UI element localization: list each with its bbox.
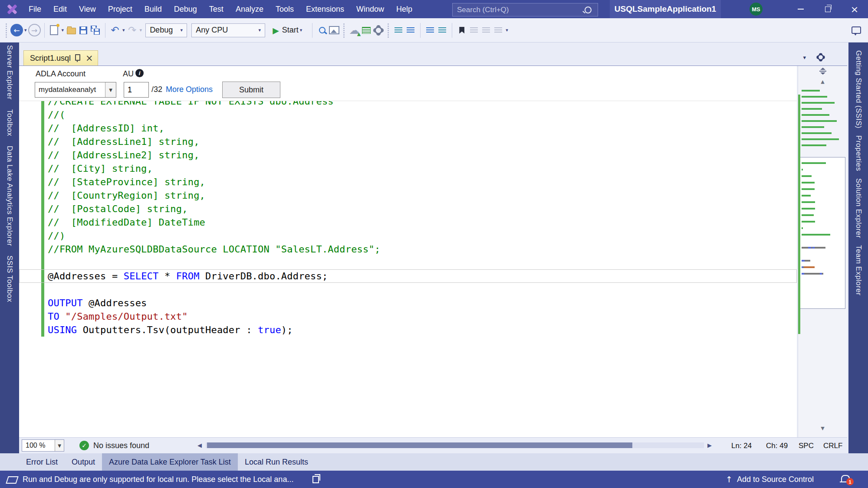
debug-step-icon[interactable] (468, 22, 480, 39)
line-indicator[interactable]: Ln: 24 (731, 442, 752, 450)
more-options-link[interactable]: More Options (166, 85, 213, 94)
menu-item-test[interactable]: Test (203, 0, 230, 18)
code-line[interactable]: //FROM MyAzureSQLDBDataSource LOCATION "… (19, 242, 797, 256)
debug-step-out-icon[interactable] (492, 22, 504, 39)
zoom-dropdown[interactable]: 100 % ▼ (22, 439, 64, 452)
gear-icon[interactable] (372, 22, 385, 39)
menu-item-build[interactable]: Build (138, 0, 168, 18)
new-file-icon[interactable] (48, 22, 60, 39)
tool-tab-team-explorer[interactable]: Team Explorer (854, 245, 863, 295)
redo-icon[interactable]: ↷ (126, 22, 138, 39)
code-line[interactable]: //) (19, 229, 797, 242)
au-input[interactable] (124, 82, 149, 98)
copy-icon[interactable] (312, 476, 319, 483)
redo-caret-icon[interactable]: ▾ (140, 27, 142, 33)
tool-tab-toolbox[interactable]: Toolbox (5, 109, 14, 136)
sort-descending-icon[interactable] (436, 22, 448, 39)
line-ending-indicator[interactable]: CRLF (823, 442, 842, 450)
code-line[interactable]: // [PostalCode] string, (19, 202, 797, 216)
menu-item-debug[interactable]: Debug (168, 0, 203, 18)
save-icon[interactable] (77, 22, 89, 39)
panel-tab-error-list[interactable]: Error List (19, 453, 65, 471)
user-avatar[interactable]: MS (750, 3, 763, 16)
code-line[interactable]: //( (19, 108, 797, 121)
scroll-right-icon[interactable]: ▶ (707, 442, 712, 449)
tool-tab-solution-explorer[interactable]: Solution Explorer (854, 178, 863, 238)
tab-close-icon[interactable]: × (85, 54, 93, 63)
toolbar-grip[interactable] (5, 23, 8, 38)
cloud-upload-icon[interactable]: ☁▲ (348, 22, 360, 39)
data-lake-table-icon[interactable] (360, 22, 372, 39)
menu-item-project[interactable]: Project (102, 0, 138, 18)
indent-icon[interactable] (404, 22, 417, 39)
tool-tab-server-explorer[interactable]: Server Explorer (5, 45, 14, 100)
close-icon[interactable]: × (841, 0, 868, 18)
new-file-caret-icon[interactable]: ▾ (62, 27, 64, 33)
panel-tab-azure-data-lake-explorer-task-list[interactable]: Azure Data Lake Explorer Task List (102, 453, 238, 471)
menu-item-tools[interactable]: Tools (270, 0, 300, 18)
search-input[interactable] (453, 6, 585, 14)
toolbar-grip[interactable] (387, 23, 390, 38)
undo-caret-icon[interactable]: ▾ (122, 27, 125, 33)
toolbar-grip[interactable] (343, 23, 345, 38)
navigate-back-icon[interactable]: ← (10, 22, 23, 39)
code-line[interactable]: TO "/Samples/Output.txt" (19, 310, 797, 323)
bookmark-icon[interactable] (456, 22, 468, 39)
back-history-caret-icon[interactable]: ▾ (24, 27, 27, 33)
debug-step-over-icon[interactable] (480, 22, 492, 39)
pin-icon[interactable] (75, 54, 80, 61)
document-tab-script1[interactable]: Script1.usql × (23, 50, 98, 66)
start-debug-button[interactable]: ▶Start▾ (271, 23, 305, 38)
active-files-dropdown-icon[interactable]: ▾ (803, 54, 806, 61)
tool-tab-properties[interactable]: Properties (854, 135, 863, 171)
menu-item-view[interactable]: View (73, 0, 102, 18)
toolbar-overflow-icon[interactable]: ▾ (506, 27, 508, 33)
adla-account-dropdown[interactable]: mydatalakeanalyt ▼ (35, 82, 116, 98)
code-line[interactable]: // [ModifiedDate] DateTime (19, 216, 797, 229)
menu-item-extensions[interactable]: Extensions (300, 0, 350, 18)
code-line[interactable] (19, 283, 797, 296)
code-line[interactable]: // [AddressLine1] string, (19, 135, 797, 148)
submit-button[interactable]: Submit (222, 82, 280, 98)
visual-studio-logo-icon[interactable] (4, 3, 19, 16)
dropdown-button[interactable]: ▼ (105, 82, 116, 97)
panel-tab-local-run-results[interactable]: Local Run Results (238, 453, 315, 471)
open-file-icon[interactable] (65, 22, 77, 39)
code-line[interactable]: // [StateProvince] string, (19, 175, 797, 189)
code-line[interactable]: @Addresses = SELECT * FROM DriverDB.dbo.… (19, 269, 797, 283)
code-line[interactable]: OUTPUT @Addresses (19, 296, 797, 310)
window-options-gear-icon[interactable] (818, 54, 824, 60)
sort-ascending-icon[interactable] (424, 22, 436, 39)
outdent-icon[interactable] (392, 22, 404, 39)
code-line[interactable]: // [City] string, (19, 162, 797, 175)
preview-icon[interactable] (328, 22, 340, 39)
code-line[interactable]: // [CountryRegion] string, (19, 189, 797, 202)
feedback-icon[interactable] (852, 26, 861, 34)
code-line[interactable] (19, 256, 797, 269)
submit-job-icon[interactable] (316, 22, 328, 39)
restore-icon[interactable] (814, 0, 841, 18)
code-editor[interactable]: //CREATE EXTERNAL TABLE IF NOT EXISTS db… (19, 66, 797, 437)
tool-tab-ssis-toolbox[interactable]: SSIS Toolbox (5, 255, 14, 302)
save-all-icon[interactable] (89, 22, 102, 39)
notification-badge[interactable]: 1 (846, 478, 854, 485)
code-line[interactable]: USING Outputters.Tsv(outputHeader : true… (19, 323, 797, 337)
search-icon[interactable] (585, 7, 592, 13)
undo-icon[interactable]: ↶ (109, 22, 121, 39)
search-box[interactable] (452, 3, 598, 16)
horizontal-scrollbar[interactable] (206, 442, 704, 448)
tool-tab-data-lake-analytics-explorer[interactable]: Data Lake Analytics Explorer (5, 146, 14, 246)
add-to-source-control-button[interactable]: Add to Source Control (737, 471, 814, 488)
minimap-scrollbar[interactable]: ▲ ▼ (798, 66, 847, 437)
spaces-indicator[interactable]: SPC (799, 442, 814, 450)
minimize-icon[interactable] (787, 0, 814, 18)
solution-platform-dropdown[interactable]: Any CPU▾ (191, 23, 265, 37)
dropdown-button[interactable]: ▼ (55, 440, 64, 451)
menu-item-window[interactable]: Window (350, 0, 390, 18)
menu-item-file[interactable]: File (23, 0, 47, 18)
navigate-forward-icon[interactable]: → (28, 22, 41, 39)
menu-item-analyze[interactable]: Analyze (230, 0, 270, 18)
info-icon[interactable]: i (135, 69, 144, 77)
menu-item-help[interactable]: Help (390, 0, 418, 18)
horizontal-scroll-thumb[interactable] (207, 442, 632, 448)
